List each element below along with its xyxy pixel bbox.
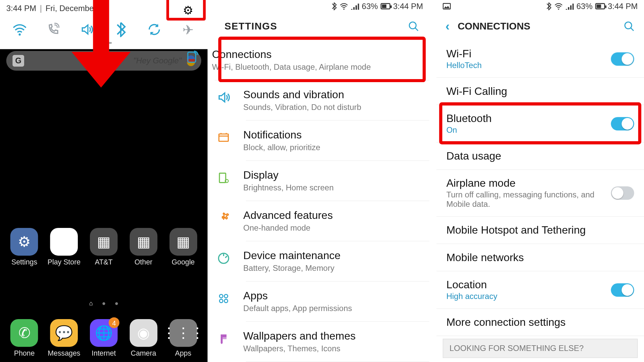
disp-icon bbox=[215, 169, 232, 187]
battery-icon bbox=[381, 3, 390, 9]
item-subtitle: Default apps, App permissions bbox=[243, 304, 352, 313]
signal-status-icon bbox=[566, 3, 574, 10]
app-tile: 💬 bbox=[50, 319, 78, 347]
app-at&t[interactable]: ▦AT&T bbox=[86, 228, 122, 266]
divider: | bbox=[40, 4, 42, 13]
notif-icon bbox=[215, 129, 232, 146]
quick-toggle-row: ✈ bbox=[0, 17, 208, 42]
toggle[interactable] bbox=[611, 283, 634, 297]
header-title: SETTINGS bbox=[224, 20, 277, 32]
screen-settings: 63% 3:44 PM SETTINGS ConnectionsWi-Fi, B… bbox=[215, 0, 429, 362]
battery-text: 63% bbox=[577, 2, 593, 11]
settings-item-wallpapers-and-themes[interactable]: Wallpapers and themesWallpapers, Themes,… bbox=[246, 322, 429, 362]
quick-settings-panel[interactable]: 3:44 PM | Fri, December ⚙ ✈ bbox=[0, 0, 208, 49]
sound-icon[interactable] bbox=[75, 17, 99, 42]
conn-item-wi-fi-calling[interactable]: Wi-Fi Calling bbox=[436, 78, 644, 105]
status-bar: 63% 3:44 PM bbox=[215, 0, 429, 12]
conn-item-location[interactable]: LocationHigh accuracy bbox=[436, 271, 644, 309]
settings-item-advanced-features[interactable]: Advanced featuresOne-handed mode bbox=[246, 201, 429, 241]
svg-point-15 bbox=[625, 22, 632, 29]
conn-item-mobile-networks[interactable]: Mobile networks bbox=[436, 244, 644, 271]
search-icon[interactable] bbox=[624, 20, 635, 32]
airplane-icon[interactable]: ✈ bbox=[176, 17, 200, 42]
status-bar: 3:44 PM | Fri, December bbox=[0, 0, 208, 17]
settings-item-connections[interactable]: ConnectionsWi-Fi, Bluetooth, Data usage,… bbox=[215, 40, 429, 80]
svg-point-0 bbox=[18, 34, 20, 36]
item-title: Airplane mode bbox=[446, 177, 611, 189]
clock: 3:44 PM bbox=[6, 4, 36, 13]
sound-icon bbox=[215, 88, 232, 106]
conn-item-data-usage[interactable]: Data usage bbox=[436, 142, 644, 170]
wifi-status-icon bbox=[339, 3, 348, 10]
search-icon[interactable] bbox=[408, 20, 420, 32]
conn-item-more-connection-settings[interactable]: More connection settings bbox=[436, 309, 644, 336]
svg-rect-3 bbox=[188, 52, 196, 62]
dock-row: ✆Phone💬Messages🌐4Internet◉Camera⋮⋮⋮Apps bbox=[0, 319, 208, 358]
item-title: Advanced features bbox=[243, 209, 333, 222]
conn-item-wi-fi[interactable]: Wi-FiHelloTech bbox=[436, 40, 644, 78]
app-phone[interactable]: ✆Phone bbox=[6, 319, 42, 358]
wifi-icon[interactable] bbox=[7, 17, 32, 42]
page-indicator[interactable]: ⌂●● bbox=[0, 299, 208, 306]
battery-text: 63% bbox=[362, 2, 378, 11]
rotate-icon[interactable] bbox=[142, 17, 166, 42]
wall-icon bbox=[215, 330, 232, 348]
app-row: ⚙Settings▶Play Store▦AT&T▦Other▦Google bbox=[0, 228, 208, 266]
conn-item-airplane-mode[interactable]: Airplane modeTurn off calling, messaging… bbox=[436, 170, 644, 217]
app-settings[interactable]: ⚙Settings bbox=[6, 228, 42, 266]
settings-item-notifications[interactable]: NotificationsBlock, allow, prioritize bbox=[246, 121, 429, 161]
drag-handle[interactable] bbox=[96, 42, 112, 44]
app-other[interactable]: ▦Other bbox=[125, 228, 161, 266]
item-title: Notifications bbox=[243, 129, 320, 141]
item-title: Wallpapers and themes bbox=[243, 330, 356, 342]
item-title: Display bbox=[243, 169, 333, 181]
conn-item-mobile-hotspot-and-tethering[interactable]: Mobile Hotspot and Tethering bbox=[436, 217, 644, 244]
app-internet[interactable]: 🌐4Internet bbox=[86, 319, 122, 358]
settings-item-display[interactable]: DisplayBrightness, Home screen bbox=[246, 161, 429, 201]
bluetooth-status-icon bbox=[546, 2, 551, 10]
svg-point-14 bbox=[558, 8, 559, 10]
app-tile: ▦ bbox=[169, 228, 197, 256]
toggle[interactable] bbox=[611, 52, 634, 65]
bluetooth-icon[interactable] bbox=[109, 17, 133, 42]
settings-item-apps[interactable]: AppsDefault apps, App permissions bbox=[246, 282, 429, 322]
item-title: Wi-Fi bbox=[446, 47, 611, 60]
item-title: Wi-Fi Calling bbox=[446, 85, 634, 97]
item-title: Sounds and vibration bbox=[243, 88, 361, 101]
app-label: AT&T bbox=[95, 258, 113, 266]
screen-connections: 63% 3:44 PM ‹ CONNECTIONS Wi-FiHelloTech… bbox=[436, 0, 644, 362]
toggle[interactable] bbox=[611, 117, 634, 130]
maint-icon bbox=[215, 249, 232, 267]
adv-icon bbox=[215, 209, 232, 227]
app-tile: ▶ bbox=[50, 228, 78, 256]
item-subtitle: Block, allow, prioritize bbox=[243, 143, 320, 153]
app-label: Settings bbox=[11, 258, 37, 266]
app-google[interactable]: ▦Google bbox=[165, 228, 201, 266]
toggle[interactable] bbox=[611, 186, 634, 200]
app-label: Messages bbox=[48, 350, 80, 358]
item-subtitle: Wallpapers, Themes, Icons bbox=[243, 344, 356, 354]
app-messages[interactable]: 💬Messages bbox=[46, 319, 82, 358]
back-icon[interactable]: ‹ bbox=[445, 19, 449, 34]
item-title: More connection settings bbox=[446, 316, 634, 328]
looking-for-banner[interactable]: LOOKING FOR SOMETHING ELSE? bbox=[443, 339, 638, 358]
item-subtitle: One-handed mode bbox=[243, 224, 333, 233]
wifi-calling-icon[interactable] bbox=[41, 17, 65, 42]
settings-item-sounds-and-vibration[interactable]: Sounds and vibrationSounds, Vibration, D… bbox=[246, 80, 429, 121]
app-tile: 🌐4 bbox=[90, 319, 118, 347]
item-subtitle: Brightness, Home screen bbox=[243, 183, 333, 193]
item-subtitle: High accuracy bbox=[446, 292, 611, 301]
app-label: Other bbox=[135, 258, 152, 266]
conn-item-bluetooth[interactable]: BluetoothOn bbox=[436, 105, 644, 142]
home-indicator-icon: ⌂ bbox=[89, 299, 93, 306]
svg-point-11 bbox=[224, 299, 228, 303]
item-title: Bluetooth bbox=[446, 112, 611, 125]
battery-icon bbox=[595, 3, 605, 9]
settings-item-device-maintenance[interactable]: Device maintenanceBattery, Storage, Memo… bbox=[246, 241, 429, 282]
gear-icon[interactable]: ⚙ bbox=[183, 4, 193, 17]
app-play-store[interactable]: ▶Play Store bbox=[46, 228, 82, 266]
app-apps[interactable]: ⋮⋮⋮Apps bbox=[165, 319, 201, 358]
item-subtitle: On bbox=[446, 126, 611, 135]
item-subtitle: Sounds, Vibration, Do not disturb bbox=[243, 103, 361, 112]
app-camera[interactable]: ◉Camera bbox=[125, 319, 161, 358]
